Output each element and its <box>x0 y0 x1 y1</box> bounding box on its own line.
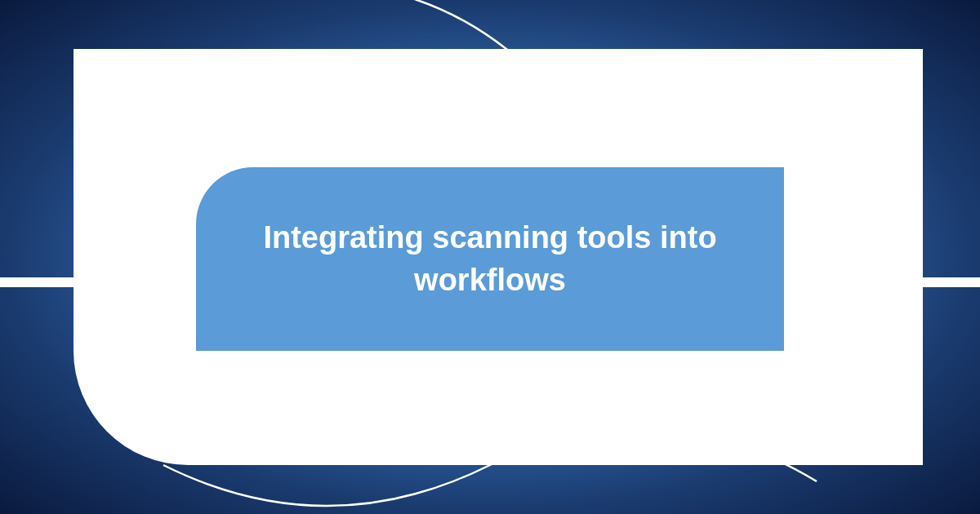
page-title: Integrating scanning tools into workflow… <box>229 217 751 301</box>
title-panel: Integrating scanning tools into workflow… <box>196 167 784 351</box>
decorative-line-right <box>923 277 980 287</box>
decorative-line-left <box>0 277 74 287</box>
